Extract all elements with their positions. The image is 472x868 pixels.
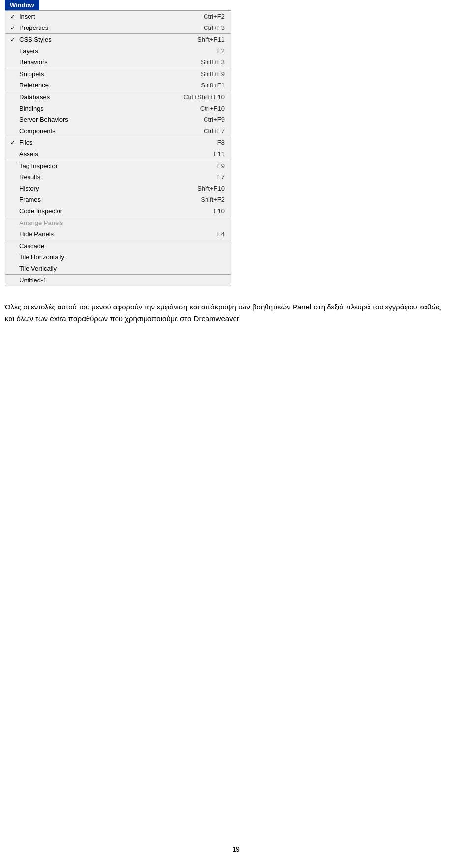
menu-item-shortcut: Ctrl+F2 [204,13,225,20]
menu-item-results[interactable]: ResultsF7 [5,171,231,183]
menu-item-label: Tile Horizontally [19,253,215,261]
menu-item-label: Files [19,139,207,146]
menu-item-shortcut: Ctrl+F7 [204,127,225,135]
menu-section-2: SnippetsShift+F9ReferenceShift+F1 [5,68,231,91]
menu-section-6: Arrange PanelsHide PanelsF4 [5,217,231,240]
menu-item-shortcut: Ctrl+F9 [204,116,225,123]
menu-item-label: Code Inspector [19,207,204,215]
menu-item-label: Tag Inspector [19,162,207,169]
menu-item-bindings[interactable]: BindingsCtrl+F10 [5,103,231,114]
menu-item-shortcut: F11 [214,150,225,158]
menu-item-history[interactable]: HistoryShift+F10 [5,183,231,194]
menu-item-frames[interactable]: FramesShift+F2 [5,194,231,205]
menu-item-label: Reference [19,82,191,89]
menu-item-behaviors[interactable]: BehaviorsShift+F3 [5,56,231,68]
menu-item-label: Assets [19,150,204,158]
menu-item-label: Arrange Panels [19,219,215,226]
menu-item-files[interactable]: FilesF8 [5,137,231,148]
page-number: 19 [232,845,240,853]
menu-item-layers[interactable]: LayersF2 [5,45,231,56]
menu-item-label: Snippets [19,70,191,78]
menu-item-tile-horizontally[interactable]: Tile Horizontally [5,252,231,263]
menu-item-databases[interactable]: DatabasesCtrl+Shift+F10 [5,91,231,103]
menu-item-shortcut: F10 [214,207,225,215]
menu-item-label: Behaviors [19,58,191,66]
menu-item-untitled-1[interactable]: Untitled-1 [5,275,231,286]
menu-item-shortcut: Shift+F2 [201,196,225,203]
menu-item-shortcut: F2 [217,47,225,55]
menu-item-assets[interactable]: AssetsF11 [5,148,231,160]
menu-item-tile-vertically[interactable]: Tile Vertically [5,263,231,274]
menu-item-label: History [19,185,187,192]
menu-section-8: Untitled-1 [5,275,231,286]
menu-item-tag-inspector[interactable]: Tag InspectorF9 [5,160,231,171]
menu-item-css-styles[interactable]: CSS StylesShift+F11 [5,34,231,45]
menu-item-label: Tile Vertically [19,265,215,272]
menu-panel: InsertCtrl+F2PropertiesCtrl+F3CSS Styles… [5,10,231,286]
menu-item-insert[interactable]: InsertCtrl+F2 [5,11,231,22]
menu-section-0: InsertCtrl+F2PropertiesCtrl+F3 [5,11,231,34]
menu-title[interactable]: Window [5,0,39,10]
menu-item-label: Server Behaviors [19,116,194,123]
menu-item-server-behaviors[interactable]: Server BehaviorsCtrl+F9 [5,114,231,125]
menu-item-reference[interactable]: ReferenceShift+F1 [5,80,231,91]
menu-item-shortcut: Shift+F11 [197,36,225,43]
menu-item-shortcut: Ctrl+F10 [200,105,225,112]
menu-item-shortcut: Shift+F3 [201,58,225,66]
menu-item-shortcut: F8 [217,139,225,146]
menu-section-1: CSS StylesShift+F11LayersF2BehaviorsShif… [5,34,231,68]
menu-item-label: Results [19,173,207,181]
menu-section-4: FilesF8AssetsF11 [5,137,231,160]
menu-item-shortcut: F7 [217,173,225,181]
menu-item-snippets[interactable]: SnippetsShift+F9 [5,68,231,80]
menu-item-label: Insert [19,13,194,20]
menu-item-label: Hide Panels [19,230,207,238]
menu-item-shortcut: Ctrl+F3 [204,24,225,31]
page-container: Window InsertCtrl+F2PropertiesCtrl+F3CSS… [0,0,472,868]
menu-section-7: CascadeTile HorizontallyTile Vertically [5,240,231,275]
menu-item-properties[interactable]: PropertiesCtrl+F3 [5,22,231,33]
description-text: Όλες οι εντολές αυτού του μενού αφορούν … [5,301,447,325]
menu-item-components[interactable]: ComponentsCtrl+F7 [5,125,231,137]
menu-item-label: Cascade [19,242,215,250]
menu-item-cascade[interactable]: Cascade [5,240,231,252]
menu-section-5: Tag InspectorF9ResultsF7HistoryShift+F10… [5,160,231,217]
menu-item-label: Bindings [19,105,190,112]
menu-item-label: Frames [19,196,191,203]
menu-container: Window InsertCtrl+F2PropertiesCtrl+F3CSS… [5,0,231,286]
menu-item-shortcut: Ctrl+Shift+F10 [183,93,225,101]
menu-item-shortcut: F4 [217,230,225,238]
menu-item-shortcut: Shift+F1 [201,82,225,89]
menu-item-label: Components [19,127,194,135]
menu-item-shortcut: Shift+F10 [197,185,225,192]
menu-item-arrange-panels[interactable]: Arrange Panels [5,217,231,228]
menu-item-label: Properties [19,24,194,31]
menu-item-hide-panels[interactable]: Hide PanelsF4 [5,228,231,240]
menu-item-label: Untitled-1 [19,277,215,284]
menu-item-label: Databases [19,93,174,101]
menu-item-code-inspector[interactable]: Code InspectorF10 [5,205,231,217]
menu-item-label: Layers [19,47,207,55]
menu-item-label: CSS Styles [19,36,187,43]
menu-section-3: DatabasesCtrl+Shift+F10BindingsCtrl+F10S… [5,91,231,137]
menu-item-shortcut: Shift+F9 [201,70,225,78]
menu-item-shortcut: F9 [217,162,225,169]
